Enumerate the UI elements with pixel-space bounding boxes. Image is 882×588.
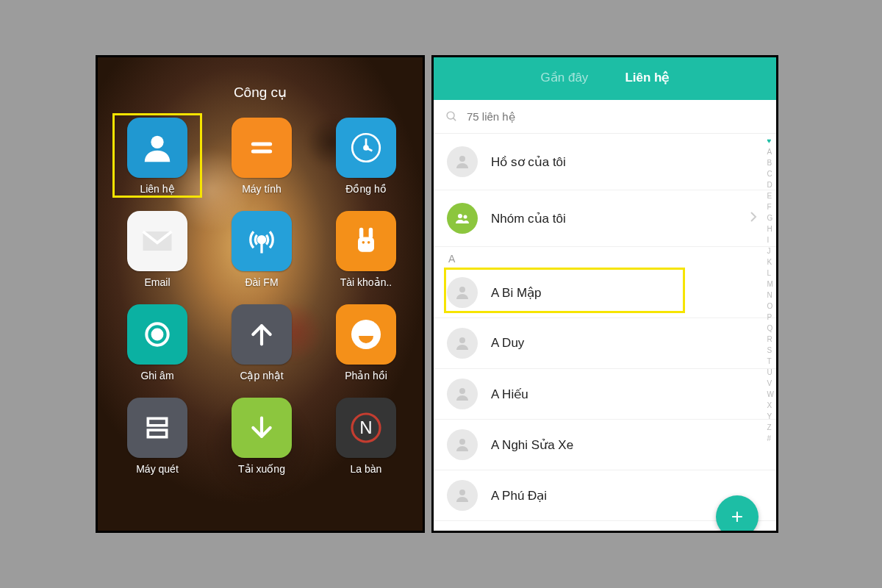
index-letter[interactable]: R: [767, 335, 774, 343]
svg-text:N: N: [359, 417, 372, 437]
my-groups-row[interactable]: Nhóm của tôi: [434, 190, 776, 247]
svg-point-26: [458, 214, 462, 218]
app-label: Ghi âm: [140, 370, 173, 381]
tab-contacts[interactable]: Liên hệ: [625, 70, 669, 88]
record-icon: [127, 304, 187, 365]
arrow-up-icon: [232, 304, 292, 365]
index-letter[interactable]: I: [767, 236, 774, 244]
app-label: Phản hồi: [345, 370, 387, 381]
folder-title: Công cụ: [98, 84, 423, 101]
app-account[interactable]: Tài khoản..: [326, 211, 406, 288]
search-input[interactable]: [467, 110, 764, 123]
index-letter[interactable]: L: [767, 269, 774, 277]
app-label: Cập nhật: [240, 370, 283, 381]
svg-point-29: [459, 337, 465, 343]
svg-point-31: [459, 439, 465, 445]
app-downloads[interactable]: Tải xuống: [221, 398, 302, 475]
index-letter[interactable]: J: [767, 247, 774, 255]
phone-tools: Công cụ Liên hệMáy tínhĐồng hồEmailĐài F…: [96, 55, 425, 533]
app-label: Liên hệ: [140, 183, 174, 195]
contact-row[interactable]: A Bi Mập: [434, 268, 776, 318]
index-letter[interactable]: K: [767, 258, 774, 266]
add-contact-fab[interactable]: +: [716, 495, 759, 533]
app-contacts[interactable]: Liên hệ: [117, 118, 198, 195]
index-letter[interactable]: H: [767, 225, 774, 233]
index-letter[interactable]: P: [767, 313, 774, 321]
contact-row[interactable]: A Duy: [434, 318, 776, 369]
index-letter[interactable]: V: [767, 379, 774, 387]
contact-name: A Duy: [491, 336, 524, 351]
app-recorder[interactable]: Ghi âm: [117, 304, 198, 381]
index-letter[interactable]: Y: [767, 412, 774, 420]
app-label: Máy quét: [136, 463, 179, 475]
index-letter[interactable]: U: [767, 368, 774, 376]
app-label: La bàn: [351, 463, 382, 475]
svg-point-15: [153, 330, 162, 340]
index-letter[interactable]: S: [767, 346, 774, 354]
app-label: Tải xuống: [238, 463, 285, 475]
index-letter[interactable]: O: [767, 302, 774, 310]
my-profile-label: Hồ sơ của tôi: [491, 154, 566, 170]
app-calculator[interactable]: Máy tính: [221, 118, 302, 195]
phone-contacts: Gần đây Liên hệ Hồ sơ của tôi Nhóm của t…: [431, 55, 778, 533]
alpha-index[interactable]: ♥ABCDEFGHIJKLMNOPQRSTUVWXYZ#: [767, 137, 774, 442]
svg-rect-10: [359, 228, 364, 239]
contact-name: A Nghi Sửa Xe: [491, 437, 573, 453]
index-letter[interactable]: ♥: [767, 137, 774, 145]
smile-icon: [336, 304, 396, 365]
index-letter[interactable]: A: [767, 148, 774, 156]
contact-name: A Bi Mập: [491, 285, 542, 301]
equals-icon: [232, 118, 292, 178]
app-label: Email: [144, 276, 170, 288]
index-letter[interactable]: T: [767, 357, 774, 365]
svg-point-32: [459, 490, 465, 495]
avatar-icon: [447, 146, 478, 177]
highlight-box: [444, 268, 685, 313]
app-grid: Liên hệMáy tínhĐồng hồEmailĐài FMTài kho…: [117, 118, 404, 475]
svg-point-12: [362, 241, 365, 244]
person-icon: [127, 118, 187, 178]
app-fm[interactable]: Đài FM: [221, 211, 302, 288]
svg-point-0: [151, 136, 163, 148]
avatar-icon: [447, 429, 478, 460]
app-clock[interactable]: Đồng hồ: [326, 118, 406, 195]
app-feedback[interactable]: Phản hồi: [326, 304, 406, 381]
contact-list: Hồ sơ của tôi Nhóm của tôi A A Bi MậpA D…: [434, 134, 776, 521]
antenna-icon: [232, 211, 292, 271]
envelope-icon: [127, 211, 187, 271]
index-letter[interactable]: W: [767, 390, 774, 398]
contact-row[interactable]: A Hiếu: [434, 369, 776, 420]
app-label: Tài khoản..: [340, 276, 392, 288]
app-compass[interactable]: NLa bàn: [326, 398, 406, 475]
index-letter[interactable]: G: [767, 214, 774, 222]
index-letter[interactable]: X: [767, 401, 774, 409]
index-letter[interactable]: Z: [767, 423, 774, 431]
svg-point-27: [464, 215, 467, 219]
index-letter[interactable]: C: [767, 170, 774, 178]
contact-row[interactable]: A Nghi Sửa Xe: [434, 420, 776, 470]
mi-bunny-icon: [336, 211, 396, 271]
app-scanner[interactable]: Máy quét: [117, 398, 198, 475]
index-letter[interactable]: F: [767, 203, 774, 211]
svg-rect-9: [358, 237, 374, 252]
app-label: Đồng hồ: [345, 183, 386, 195]
index-letter[interactable]: E: [767, 192, 774, 200]
search-bar[interactable]: [434, 100, 776, 134]
search-icon: [445, 110, 458, 123]
app-label: Máy tính: [242, 183, 282, 195]
arrow-down-icon: [232, 398, 292, 458]
index-letter[interactable]: N: [767, 291, 774, 299]
tab-recent[interactable]: Gần đây: [541, 70, 589, 88]
app-updater[interactable]: Cập nhật: [221, 304, 302, 381]
chevron-right-icon: [750, 211, 757, 226]
index-letter[interactable]: B: [767, 159, 774, 167]
my-profile-row[interactable]: Hồ sơ của tôi: [434, 134, 776, 190]
groups-icon: [447, 203, 478, 234]
index-letter[interactable]: M: [767, 280, 774, 288]
avatar-icon: [447, 277, 478, 308]
index-letter[interactable]: Q: [767, 324, 774, 332]
app-email[interactable]: Email: [117, 211, 198, 288]
index-letter[interactable]: D: [767, 181, 774, 189]
avatar-icon: [447, 480, 478, 511]
index-letter[interactable]: #: [767, 434, 774, 442]
